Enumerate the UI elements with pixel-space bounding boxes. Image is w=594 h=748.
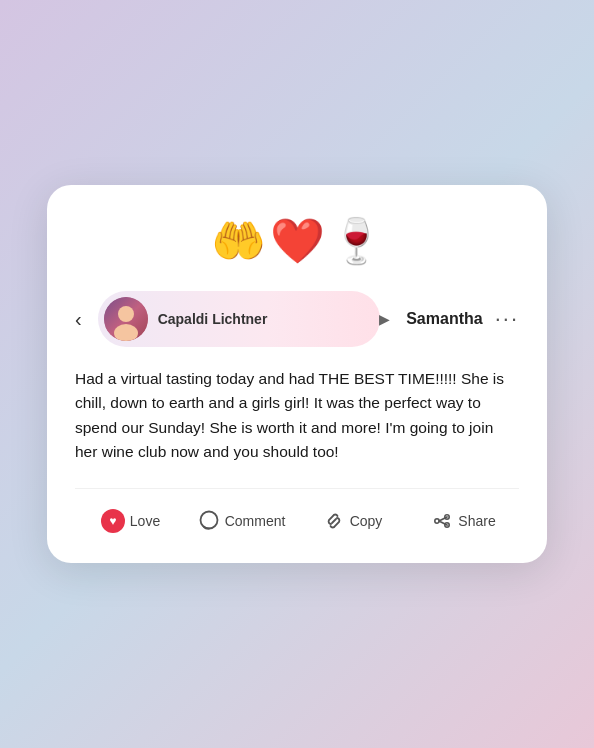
post-header: ‹ Capaldi [75,291,519,347]
comment-button[interactable]: Comment [186,504,297,538]
share-button[interactable]: Share [408,504,519,538]
direction-arrow: ▶ [379,311,390,327]
svg-point-7 [435,518,439,522]
emoji-heart: ❤️ [270,215,325,267]
avatar [104,297,148,341]
svg-point-3 [200,511,217,528]
profile-pill[interactable]: Capaldi Lichtner ▶ [98,291,381,347]
copy-label: Copy [350,513,383,529]
emoji-wine: 🍷 [329,215,384,267]
comment-label: Comment [225,513,286,529]
love-icon: ♥ [101,509,125,533]
profile-name: Capaldi Lichtner [158,311,268,327]
copy-icon [323,510,345,532]
comment-icon [198,510,220,532]
share-icon [431,510,453,532]
love-label: Love [130,513,160,529]
love-button[interactable]: ♥ Love [75,503,186,539]
copy-button[interactable]: Copy [297,504,408,538]
back-button[interactable]: ‹ [75,304,90,335]
post-body-text: Had a virtual tasting today and had THE … [75,367,519,463]
action-bar: ♥ Love Comment Copy [75,488,519,539]
more-options-button[interactable]: ··· [491,306,519,332]
post-card: 🤲 ❤️ 🍷 ‹ [47,185,547,562]
svg-point-1 [118,306,134,322]
recipient-name: Samantha [406,310,482,328]
emoji-row: 🤲 ❤️ 🍷 [75,215,519,267]
svg-line-4 [332,519,336,523]
emoji-hands: 🤲 [211,215,266,267]
share-label: Share [458,513,495,529]
